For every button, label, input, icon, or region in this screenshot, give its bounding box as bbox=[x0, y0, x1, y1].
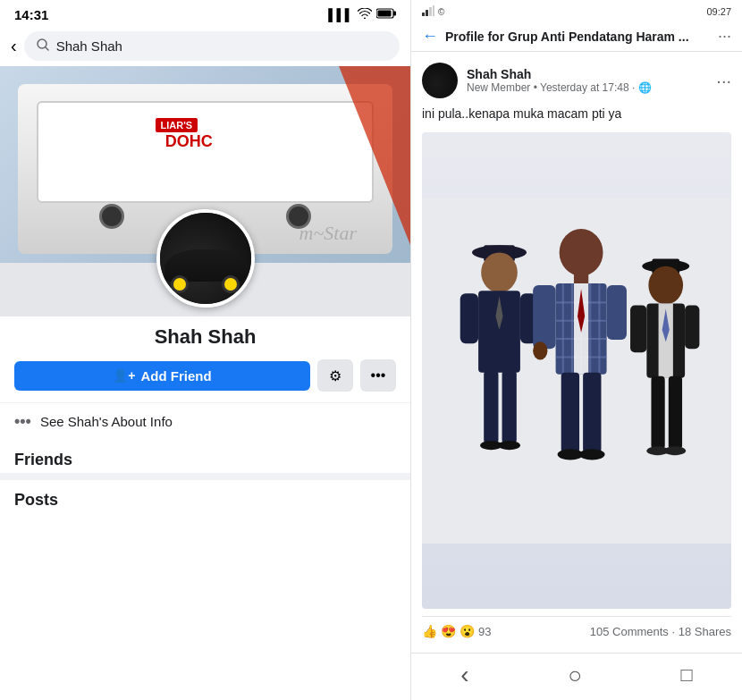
wheel-left bbox=[99, 204, 124, 229]
signal-bars-icon bbox=[422, 5, 434, 18]
profile-name: Shah Shah bbox=[155, 325, 257, 349]
post-user-info: Shah Shah New Member • Yesterday at 17:4… bbox=[467, 67, 707, 94]
reactions-left: 👍 😍 😮 93 bbox=[422, 624, 491, 638]
svg-rect-39 bbox=[533, 285, 555, 349]
post-avatar[interactable] bbox=[422, 63, 458, 98]
svg-rect-6 bbox=[426, 10, 428, 16]
svg-rect-16 bbox=[502, 370, 517, 443]
right-time-display: 09:27 bbox=[706, 6, 731, 17]
status-bar-right: © 09:27 bbox=[411, 0, 742, 21]
about-info-row[interactable]: ••• See Shah's About Info bbox=[0, 402, 410, 440]
copyright-icon: © bbox=[438, 7, 444, 17]
car-wheel-right bbox=[222, 275, 240, 293]
nav-recent-button[interactable]: □ bbox=[680, 663, 692, 687]
svg-rect-8 bbox=[433, 5, 434, 16]
right-back-button[interactable]: ← bbox=[422, 27, 438, 46]
svg-point-38 bbox=[579, 449, 604, 460]
more-icon: ••• bbox=[371, 367, 386, 384]
wifi-icon bbox=[358, 8, 372, 21]
svg-rect-52 bbox=[685, 305, 699, 349]
post-image-svg bbox=[422, 132, 731, 609]
svg-rect-2 bbox=[378, 11, 392, 17]
heart-eyes-emoji: 😍 bbox=[441, 624, 456, 638]
svg-point-53 bbox=[533, 342, 547, 359]
more-button[interactable]: ••• bbox=[360, 359, 396, 392]
svg-point-21 bbox=[560, 229, 603, 276]
svg-rect-47 bbox=[651, 375, 664, 448]
signal-icon: ▌▌▌ bbox=[328, 8, 353, 21]
post-meta: New Member • Yesterday at 17:48 · 🌐 bbox=[467, 81, 707, 94]
nav-home-button[interactable]: ○ bbox=[568, 662, 582, 689]
watermark: m~Star bbox=[299, 222, 357, 245]
bottom-nav: ‹ ○ □ bbox=[411, 653, 742, 700]
status-icons-left: ▌▌▌ bbox=[328, 8, 396, 21]
wow-emoji: 😮 bbox=[460, 624, 475, 638]
svg-point-50 bbox=[664, 446, 686, 455]
nav-back-button[interactable]: ‹ bbox=[460, 661, 468, 689]
svg-rect-51 bbox=[630, 305, 646, 352]
group-profile-title: Profile for Grup Anti Pendatang Haram ..… bbox=[445, 30, 711, 44]
post-image bbox=[422, 132, 731, 609]
svg-rect-35 bbox=[561, 372, 579, 452]
right-more-button[interactable]: ··· bbox=[718, 27, 731, 46]
svg-line-4 bbox=[46, 47, 48, 50]
about-dots-icon: ••• bbox=[14, 412, 31, 431]
svg-rect-36 bbox=[583, 372, 601, 452]
svg-rect-5 bbox=[422, 13, 425, 16]
car-wheel-left bbox=[171, 275, 189, 293]
status-bar-left: 14:31 ▌▌▌ bbox=[0, 0, 410, 26]
left-panel: 14:31 ▌▌▌ ‹ bbox=[0, 0, 411, 700]
svg-point-43 bbox=[648, 266, 683, 304]
post-options-button[interactable]: ··· bbox=[716, 71, 731, 91]
phone-frame: © 09:27 ← Profile for Grup Anti Pendatan… bbox=[411, 0, 742, 700]
svg-point-18 bbox=[498, 441, 519, 450]
thumbs-up-emoji: 👍 bbox=[422, 624, 437, 638]
svg-rect-15 bbox=[484, 370, 498, 443]
reaction-count: 93 bbox=[478, 625, 491, 638]
search-bar: ‹ Shah Shah bbox=[0, 26, 410, 66]
post-header: Shah Shah New Member • Yesterday at 17:4… bbox=[422, 63, 731, 98]
right-panel: © 09:27 ← Profile for Grup Anti Pendatan… bbox=[411, 0, 742, 700]
search-input-wrap[interactable]: Shah Shah bbox=[24, 31, 400, 61]
back-button[interactable]: ‹ bbox=[11, 36, 17, 56]
search-value: Shah Shah bbox=[56, 38, 122, 54]
post-reactions: 👍 😍 😮 93 105 Comments · 18 Shares bbox=[422, 616, 731, 642]
post-avatar-car-image bbox=[422, 63, 458, 98]
shares-count[interactable]: 18 Shares bbox=[679, 625, 731, 638]
add-friend-icon: 👤+ bbox=[113, 368, 135, 383]
svg-rect-40 bbox=[607, 285, 627, 340]
svg-rect-19 bbox=[460, 293, 478, 343]
svg-rect-48 bbox=[669, 375, 682, 448]
add-friend-button[interactable]: 👤+ Add Friend bbox=[14, 361, 310, 391]
svg-rect-7 bbox=[429, 7, 432, 16]
posts-section-label: Posts bbox=[0, 473, 410, 513]
van-body: LIAR'S DOHC bbox=[37, 101, 374, 203]
time-display: 14:31 bbox=[14, 7, 48, 22]
search-icon bbox=[37, 38, 49, 54]
post-content: ini pula..kenapa muka macam pti ya bbox=[422, 105, 731, 123]
battery-icon bbox=[376, 8, 396, 21]
reactions-right: 105 Comments · 18 Shares bbox=[590, 625, 731, 638]
post-card: Shah Shah New Member • Yesterday at 17:4… bbox=[411, 52, 742, 653]
profile-info: Shah Shah 👤+ Add Friend ⚙ ••• bbox=[0, 316, 410, 402]
svg-point-12 bbox=[481, 252, 518, 292]
friends-section-label: Friends bbox=[0, 440, 410, 473]
gear-button[interactable]: ⚙ bbox=[317, 359, 353, 392]
about-info-text: See Shah's About Info bbox=[40, 414, 173, 429]
cover-stripe bbox=[339, 66, 410, 245]
gear-icon: ⚙ bbox=[329, 367, 341, 384]
reactions-separator: · bbox=[672, 625, 679, 638]
profile-picture[interactable] bbox=[156, 209, 255, 308]
comments-count[interactable]: 105 Comments bbox=[590, 625, 669, 638]
van-label: LIAR'S bbox=[156, 118, 198, 132]
van-dohc: DOHC bbox=[165, 132, 213, 151]
post-username[interactable]: Shah Shah bbox=[467, 67, 707, 81]
svg-rect-22 bbox=[574, 273, 588, 283]
right-status-left-icons: © bbox=[422, 5, 444, 18]
action-buttons: 👤+ Add Friend ⚙ ••• bbox=[14, 359, 396, 392]
car-photo bbox=[160, 213, 251, 304]
svg-point-37 bbox=[558, 449, 583, 460]
svg-rect-1 bbox=[393, 12, 396, 16]
right-top-bar: ← Profile for Grup Anti Pendatang Haram … bbox=[411, 21, 742, 52]
add-friend-label: Add Friend bbox=[141, 368, 212, 384]
